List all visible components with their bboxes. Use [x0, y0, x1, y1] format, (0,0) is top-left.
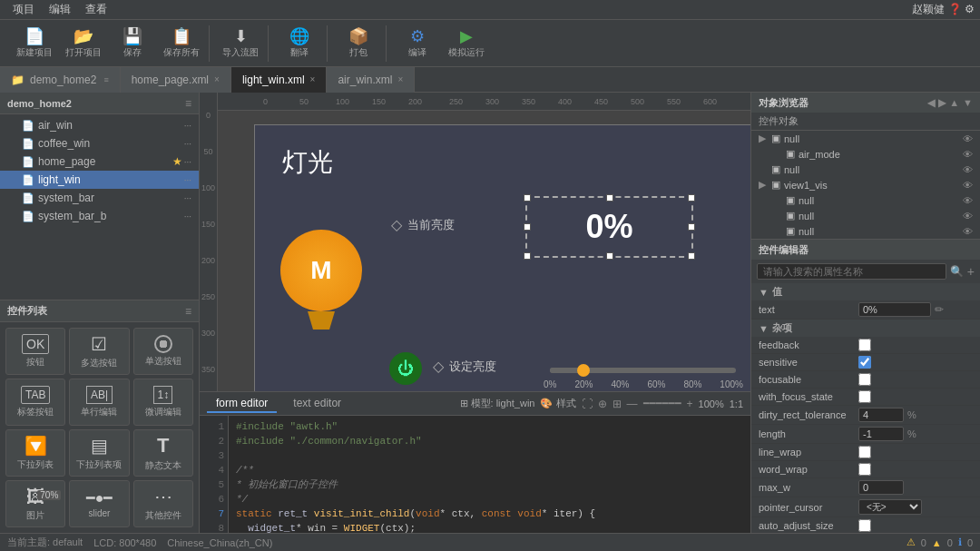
tab-air-win[interactable]: air_win.xml × — [327, 67, 415, 93]
file-action-coffee-win[interactable]: ··· — [184, 139, 191, 149]
obj-item-null-2[interactable]: ▣ null 👁 — [751, 162, 980, 177]
file-tree-menu[interactable]: ≡ — [185, 97, 191, 110]
package-button[interactable]: 📦 打包 — [335, 25, 382, 62]
property-editor-header[interactable]: 控件编辑器 — [751, 240, 980, 260]
new-project-button[interactable]: 📄 新建项目 — [11, 25, 58, 62]
prop-auto-adjust-checkbox[interactable] — [858, 519, 871, 532]
obj-item-view1-vis[interactable]: ▶ ▣ view1_vis 👁 — [751, 177, 980, 192]
widget-radio[interactable]: 单选按钮 — [133, 328, 193, 375]
widget-text-edit[interactable]: AB| 单行编辑 — [69, 379, 129, 426]
obj-vis-air-mode[interactable]: 👁 — [963, 149, 973, 160]
line-num-6: 6 — [200, 492, 224, 507]
tab-form-editor[interactable]: form editor — [207, 395, 277, 413]
prop-search-input[interactable] — [757, 263, 946, 280]
prop-sensitive-value — [858, 356, 973, 369]
widget-image[interactable]: 🖼 图片 70% — [5, 480, 65, 527]
canvas-style-tab[interactable]: 🎨 样式 — [540, 397, 575, 410]
obj-item-null-3[interactable]: ▣ null 👁 — [766, 192, 980, 208]
obj-vis-null2[interactable]: 👁 — [963, 164, 973, 175]
tree-file-coffee-win[interactable]: 📄 coffee_win ··· — [0, 134, 199, 153]
tab-light-win[interactable]: light_win.xml × — [231, 67, 328, 93]
widget-panel-menu[interactable]: ≡ — [185, 305, 191, 318]
simulate-button[interactable]: ▶ 模拟运行 — [443, 25, 490, 62]
widget-tab-button[interactable]: TAB 标签按钮 — [5, 379, 65, 426]
canvas-fit-icon[interactable]: ⛶ — [582, 398, 593, 410]
widget-dropdown[interactable]: 🔽 下拉列表 — [5, 429, 65, 477]
prop-sensitive-checkbox[interactable] — [858, 356, 871, 369]
prop-focusable-checkbox[interactable] — [858, 373, 871, 386]
obj-item-null-4[interactable]: ▣ null 👁 — [766, 208, 980, 223]
obj-browser-arrow-down[interactable]: ▼ — [963, 97, 973, 109]
prop-group-value[interactable]: ▼ 值 — [751, 283, 980, 300]
save-button[interactable]: 💾 保存 — [109, 25, 156, 62]
canvas-zoom-in[interactable]: + — [687, 398, 693, 410]
widget-checkbox[interactable]: ☑ 多选按钮 — [69, 328, 129, 375]
prop-add-icon[interactable]: + — [967, 264, 975, 279]
prop-line-wrap-checkbox[interactable] — [858, 446, 871, 458]
tab-home-page-close[interactable]: × — [214, 74, 220, 84]
canvas-grid-icon[interactable]: ⊞ — [612, 398, 622, 410]
menu-project[interactable]: 项目 — [5, 0, 42, 19]
file-action-light-win[interactable]: ··· — [184, 175, 191, 185]
menu-view[interactable]: 查看 — [78, 0, 114, 19]
tree-file-system-bar[interactable]: 📄 system_bar ··· — [0, 189, 199, 207]
tab-light-win-close[interactable]: × — [310, 74, 316, 84]
obj-browser-arrow-right[interactable]: ▶ — [938, 97, 946, 109]
widget-button[interactable]: OK 按钮 — [5, 328, 65, 375]
widget-dropdown-item[interactable]: ▤ 下拉列表项 — [69, 429, 129, 477]
prop-with-focus-checkbox[interactable] — [858, 390, 871, 403]
widget-slider[interactable]: ━●━ slider — [69, 480, 129, 527]
widget-other[interactable]: ⋯ 其他控件 — [133, 480, 193, 527]
object-browser-header[interactable]: 对象浏览器 ◀ ▶ ▲ ▼ — [751, 93, 980, 113]
obj-browser-arrow-up[interactable]: ▲ — [949, 97, 959, 109]
prop-word-wrap-checkbox[interactable] — [858, 463, 871, 476]
tree-file-air-win[interactable]: 📄 air_win ··· — [0, 116, 199, 134]
prop-max-w-input[interactable] — [858, 480, 904, 495]
obj-browser-arrow-left[interactable]: ◀ — [927, 97, 935, 109]
file-action-home-page[interactable]: ··· — [184, 157, 191, 167]
tree-file-system-bar-b[interactable]: 📄 system_bar_b ··· — [0, 207, 199, 225]
prop-feedback-checkbox[interactable] — [858, 339, 871, 351]
tab-air-win-close[interactable]: × — [397, 74, 403, 84]
brightness-value-box[interactable]: 0% — [525, 196, 693, 258]
prop-search-icon[interactable]: 🔍 — [950, 265, 964, 278]
prop-group-misc[interactable]: ▼ 杂项 — [751, 320, 980, 337]
obj-item-null-1[interactable]: ▶ ▣ null 👁 — [751, 131, 980, 146]
tab-demo-home2[interactable]: 📁 demo_home2 ≡ — [0, 67, 121, 93]
obj-vis-null4[interactable]: 👁 — [963, 211, 973, 221]
file-action-system-bar-b[interactable]: ··· — [184, 212, 191, 221]
translate-button[interactable]: 🌐 翻译 — [276, 25, 323, 62]
code-content[interactable]: #include "awtk.h" #include "./common/nav… — [229, 416, 750, 533]
file-action-air-win[interactable]: ··· — [184, 121, 191, 131]
canvas-zoom-slider[interactable]: ━━━━━━ — [643, 398, 681, 409]
obj-vis-null3[interactable]: 👁 — [963, 195, 973, 206]
prop-pointer-cursor-select[interactable]: <无> — [858, 499, 922, 515]
canvas-area[interactable]: 灯光 M ◇ 当前亮度 — [218, 111, 750, 391]
tab-home-page[interactable]: home_page.xml × — [121, 67, 231, 93]
prop-dirty-input[interactable] — [858, 408, 904, 422]
tree-file-light-win[interactable]: 📄 light_win ··· — [0, 171, 199, 189]
slider-thumb[interactable] — [577, 364, 590, 377]
widget-spin-box[interactable]: 1↕ 微调编辑 — [133, 379, 193, 426]
file-action-system-bar[interactable]: ··· — [184, 193, 191, 203]
prop-text-input[interactable] — [858, 302, 931, 317]
open-project-button[interactable]: 📂 打开项目 — [60, 25, 107, 62]
prop-text-edit-icon[interactable]: ✏ — [935, 303, 944, 316]
canvas-zoom-out[interactable]: — — [627, 398, 638, 410]
save-all-button[interactable]: 📋 保存所有 — [158, 25, 205, 62]
prop-length-input[interactable] — [858, 427, 904, 441]
obj-vis-view1[interactable]: 👁 — [963, 180, 973, 191]
obj-vis-null1[interactable]: 👁 — [963, 133, 973, 144]
menu-edit[interactable]: 编辑 — [42, 0, 78, 19]
canvas-center-icon[interactable]: ⊕ — [598, 398, 607, 410]
obj-vis-null5[interactable]: 👁 — [963, 226, 973, 237]
widget-static-text[interactable]: T 静态文本 — [133, 429, 193, 477]
tab-text-editor[interactable]: text editor — [284, 395, 350, 413]
obj-item-air-mode[interactable]: ▣ air_mode 👁 — [766, 146, 980, 162]
import-flow-button[interactable]: ⬇ 导入流图 — [217, 25, 264, 62]
compile-button[interactable]: ⚙ 编译 — [394, 25, 441, 62]
tab-menu-icon[interactable]: ≡ — [103, 75, 108, 84]
power-button[interactable]: ⏻ — [389, 352, 422, 385]
obj-item-null-5[interactable]: ▣ null 👁 — [766, 223, 980, 239]
tree-file-home-page[interactable]: 📄 home_page ★ ··· — [0, 153, 199, 171]
